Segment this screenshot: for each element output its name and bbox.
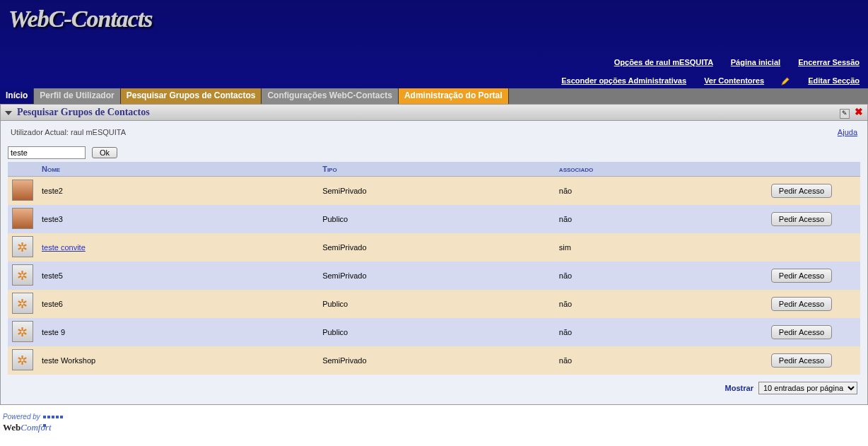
section-header: Pesquisar Grupos de Contactos ✎ ✖ [0, 104, 868, 121]
search-row: Ok [8, 146, 860, 159]
group-associated: não [555, 177, 747, 206]
app-header: WebC-Contacts Opções de raul mESQUITA Pá… [0, 0, 868, 88]
tab-perfil[interactable]: Perfil de Utilizador [34, 88, 120, 104]
group-name: teste5 [37, 262, 318, 290]
pager-label: Mostrar [725, 384, 753, 392]
tab-pesquisar[interactable]: Pesquisar Grupos de Contactos [121, 88, 262, 104]
avatar-face-icon [12, 208, 33, 229]
search-input[interactable] [8, 146, 86, 159]
group-name-link[interactable]: teste convite [42, 243, 86, 252]
group-name: teste 9 [37, 318, 318, 346]
group-type: Publico [318, 290, 555, 318]
footer: Powered by WebComfort [0, 405, 868, 440]
group-associated: não [555, 318, 747, 346]
pager-select[interactable]: 10 entradas por página [758, 382, 857, 394]
request-access-button[interactable]: Pedir Acesso [771, 325, 832, 339]
footer-brand: WebComfort [3, 422, 52, 433]
group-name: teste Workshop [37, 346, 318, 375]
col-tipo[interactable]: Tipo [318, 162, 555, 177]
group-type: Publico [318, 205, 555, 233]
group-type: SemiPrivado [318, 346, 555, 375]
current-user-label: Utilizador Actual: raul mESQUITA [11, 128, 126, 136]
group-type: SemiPrivado [318, 233, 555, 262]
tab-config[interactable]: Configurações WebC-Contacts [262, 88, 398, 104]
link-encerrar-sessao[interactable]: Encerrar Sessão [798, 58, 860, 66]
avatar-group-icon [12, 321, 33, 342]
request-access-button[interactable]: Pedir Acesso [771, 184, 832, 198]
group-associated: não [555, 262, 747, 290]
group-associated: não [555, 290, 747, 318]
request-access-button[interactable]: Pedir Acesso [771, 297, 832, 311]
table-row: teste2SemiPrivadonãoPedir Acesso [8, 177, 860, 206]
link-editar-seccao[interactable]: Editar Secção [808, 76, 860, 85]
group-type: Publico [318, 318, 555, 346]
results-table: Nome Tipo associado teste2SemiPrivadonão… [8, 162, 860, 375]
table-row: teste3PubliconãoPedir Acesso [8, 205, 860, 233]
col-associado[interactable]: associado [555, 162, 747, 177]
avatar-group-icon [12, 264, 33, 286]
group-associated: não [555, 205, 747, 233]
group-associated: não [555, 346, 747, 375]
group-type: SemiPrivado [318, 262, 555, 290]
group-name: teste2 [37, 177, 318, 206]
section-edit-icon[interactable]: ✎ [840, 109, 850, 119]
app-logo: WebC-Contacts [8, 6, 860, 33]
table-row: teste WorkshopSemiPrivadonãoPedir Acesso [8, 346, 860, 375]
group-name: teste6 [37, 290, 318, 318]
group-name: teste3 [37, 205, 318, 233]
request-access-button[interactable]: Pedir Acesso [771, 353, 832, 368]
tab-admin[interactable]: Administração do Portal [399, 88, 509, 104]
pager: Mostrar 10 entradas por página [8, 382, 860, 394]
link-esconder-admin[interactable]: Esconder opções Administrativas [561, 76, 686, 85]
section-close-icon[interactable]: ✖ [855, 106, 863, 117]
collapse-icon[interactable] [5, 111, 12, 115]
link-ver-contentores[interactable]: Ver Contentores [704, 76, 764, 85]
table-row: teste5SemiPrivadonãoPedir Acesso [8, 262, 860, 290]
main-menu: Início Perfil de Utilizador Pesquisar Gr… [0, 88, 868, 104]
ok-button[interactable]: Ok [92, 147, 117, 158]
request-access-button[interactable]: Pedir Acesso [771, 269, 832, 283]
group-associated: sim [555, 233, 747, 262]
request-access-button[interactable]: Pedir Acesso [771, 212, 832, 226]
section-content: Utilizador Actual: raul mESQUITA Ajuda O… [0, 121, 868, 405]
link-pagina-inicial[interactable]: Página inicial [731, 58, 780, 66]
avatar-group-icon [12, 293, 33, 314]
group-type: SemiPrivado [318, 177, 555, 206]
table-row: teste 9PubliconãoPedir Acesso [8, 318, 860, 346]
col-nome[interactable]: Nome [37, 162, 318, 177]
help-link[interactable]: Ajuda [838, 128, 857, 136]
header-links-row1: Opções de raul mESQUITA Página inicial E… [599, 58, 860, 66]
pencil-icon [780, 76, 790, 86]
avatar-face-icon [12, 180, 33, 201]
table-row: teste conviteSemiPrivadosim [8, 233, 860, 262]
avatar-group-icon [12, 349, 33, 370]
footer-dots-icon [42, 412, 65, 422]
link-opcoes-user[interactable]: Opções de raul mESQUITA [614, 58, 713, 66]
table-row: teste6PubliconãoPedir Acesso [8, 290, 860, 318]
powered-by-label: Powered by [3, 413, 40, 421]
header-links-row2: Esconder opções Administrativas Ver Cont… [546, 76, 860, 86]
avatar-group-icon [12, 236, 33, 257]
section-title: Pesquisar Grupos de Contactos [17, 107, 150, 117]
tab-inicio[interactable]: Início [0, 88, 34, 104]
